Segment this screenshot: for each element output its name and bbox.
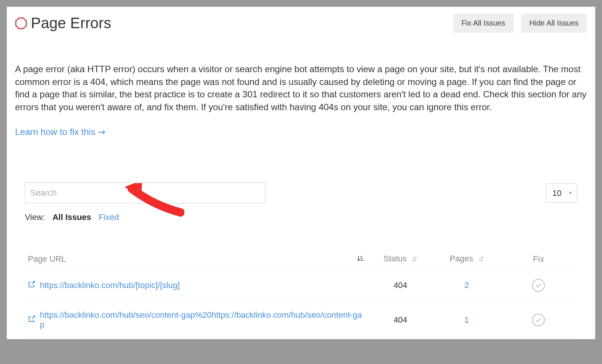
sort-icon <box>412 255 417 264</box>
external-link-icon[interactable] <box>28 281 35 290</box>
content-area: A page error (aka HTTP error) occurs whe… <box>15 63 587 339</box>
errors-table: Page URL <box>25 249 577 339</box>
sort-icon <box>479 255 484 264</box>
view-tab-all-issues[interactable]: All Issues <box>52 212 91 222</box>
column-header-fix: Fix <box>500 249 577 270</box>
column-header-pages[interactable]: Pages <box>433 249 500 270</box>
fix-all-button[interactable]: Fix All Issues <box>453 14 514 33</box>
sort-desc-icon <box>357 254 364 264</box>
arrow-right-icon <box>98 127 106 137</box>
table-header-row: Page URL <box>25 249 577 270</box>
error-octagon-icon <box>15 17 27 29</box>
search-input[interactable] <box>25 182 266 203</box>
column-header-status[interactable]: Status <box>367 249 433 270</box>
pages-count-link[interactable]: 2 <box>464 281 469 290</box>
description-text: A page error (aka HTTP error) occurs whe… <box>15 63 587 113</box>
svg-marker-0 <box>16 18 26 29</box>
page-container: Page Errors Fix All Issues Hide All Issu… <box>7 7 595 339</box>
check-icon <box>535 317 542 323</box>
hide-all-button[interactable]: Hide All Issues <box>521 14 587 33</box>
status-cell: 404 <box>367 301 433 339</box>
check-icon <box>535 282 542 289</box>
page-url-link[interactable]: https://backlinko.com/hub/seo/content-ga… <box>40 310 364 330</box>
page-title: Page Errors <box>31 15 111 32</box>
filter-row: 10 ▼ <box>15 182 587 203</box>
learn-link-text: Learn how to fix this <box>15 127 95 137</box>
header-row: Page Errors Fix All Issues Hide All Issu… <box>15 14 587 33</box>
page-size-select[interactable]: 10 <box>546 184 577 203</box>
table-row: https://backlinko.com/hub/seo/content-ga… <box>25 301 577 339</box>
view-filter-row: View: All Issues Fixed <box>15 212 587 222</box>
mark-fixed-button[interactable] <box>532 314 545 326</box>
mark-fixed-button[interactable] <box>532 279 545 292</box>
view-tab-fixed[interactable]: Fixed <box>99 212 119 222</box>
external-link-icon[interactable] <box>28 315 35 325</box>
page-size-select-wrapper: 10 ▼ <box>546 184 577 203</box>
title-group: Page Errors <box>15 15 111 32</box>
pages-count-link[interactable]: 1 <box>464 315 469 325</box>
view-label: View: <box>25 212 45 222</box>
status-cell: 404 <box>367 270 433 301</box>
table-row: https://backlinko.com/hub/[topic]/[slug]… <box>25 270 577 301</box>
learn-how-to-fix-link[interactable]: Learn how to fix this <box>15 127 106 137</box>
header-buttons: Fix All Issues Hide All Issues <box>453 14 587 33</box>
page-url-link[interactable]: https://backlinko.com/hub/[topic]/[slug] <box>40 281 180 290</box>
table-wrapper: Page URL <box>15 249 587 339</box>
column-header-url[interactable]: Page URL <box>25 249 367 270</box>
